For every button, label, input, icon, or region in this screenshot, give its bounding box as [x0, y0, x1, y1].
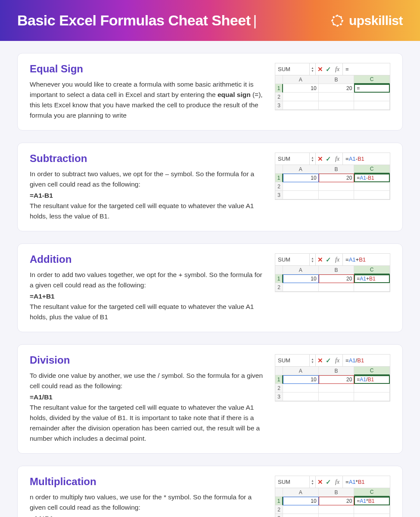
formula-input[interactable]: =A1*B1 [343, 476, 390, 488]
cell[interactable] [354, 384, 390, 392]
cell-c1-active[interactable]: =A1*B1 [354, 497, 390, 505]
cell[interactable] [283, 101, 319, 110]
fx-icon[interactable]: fx [334, 357, 341, 364]
row-header[interactable]: 1 [275, 274, 283, 283]
namebox-spinner[interactable]: ▲▼ [310, 476, 316, 488]
cell-a1[interactable]: 10 [283, 274, 319, 283]
cell-a1[interactable]: 10 [283, 84, 319, 93]
row-header[interactable]: 2 [275, 283, 283, 292]
row-header[interactable]: 1 [275, 84, 283, 93]
cell[interactable] [283, 182, 319, 191]
cell[interactable] [354, 283, 390, 292]
cell[interactable] [319, 384, 355, 392]
cancel-icon[interactable]: ✕ [317, 155, 323, 163]
cancel-icon[interactable]: ✕ [317, 65, 323, 73]
cell-a1[interactable]: 10 [283, 375, 319, 384]
name-box[interactable]: SUM [275, 355, 310, 366]
name-box[interactable]: SUM [275, 254, 310, 265]
cell[interactable] [283, 93, 319, 101]
cell[interactable] [283, 514, 319, 517]
col-header-c[interactable]: C [354, 75, 390, 84]
cell[interactable] [319, 93, 355, 101]
cell[interactable] [354, 101, 390, 110]
col-header-c[interactable]: C [354, 266, 390, 274]
cell-b1[interactable]: 20 [319, 375, 355, 384]
col-header-b[interactable]: B [319, 367, 355, 375]
cell-a1[interactable]: 10 [283, 174, 319, 182]
cell[interactable] [283, 505, 319, 514]
row-header[interactable]: 2 [275, 93, 283, 101]
cell[interactable] [354, 505, 390, 514]
cell[interactable] [319, 182, 355, 191]
formula-input[interactable]: =A1/B1 [343, 355, 390, 366]
cell-b1[interactable]: 20 [319, 274, 355, 283]
cell[interactable] [319, 191, 355, 199]
select-all-corner[interactable] [275, 266, 283, 274]
formula-input[interactable]: =A1-B1 [343, 153, 390, 165]
confirm-icon[interactable]: ✓ [326, 256, 331, 264]
cell[interactable] [354, 93, 390, 101]
cancel-icon[interactable]: ✕ [317, 478, 323, 486]
row-header[interactable]: 3 [275, 191, 283, 199]
row-header[interactable]: 2 [275, 384, 283, 392]
confirm-icon[interactable]: ✓ [326, 357, 331, 364]
col-header-b[interactable]: B [319, 165, 355, 174]
select-all-corner[interactable] [275, 367, 283, 375]
confirm-icon[interactable]: ✓ [326, 155, 331, 163]
fx-icon[interactable]: fx [334, 66, 341, 73]
cell-b1[interactable]: 20 [319, 497, 355, 505]
row-header[interactable]: 2 [275, 505, 283, 514]
fx-icon[interactable]: fx [334, 256, 341, 263]
col-header-a[interactable]: A [283, 367, 319, 375]
cell[interactable] [319, 101, 355, 110]
cell[interactable] [354, 392, 390, 401]
cell-c1-active[interactable]: =A1-B1 [354, 174, 390, 182]
col-header-a[interactable]: A [283, 75, 319, 84]
confirm-icon[interactable]: ✓ [326, 478, 331, 486]
cell[interactable] [283, 384, 319, 392]
cell[interactable] [354, 514, 390, 517]
cell[interactable] [283, 392, 319, 401]
cell-b1[interactable]: 20 [319, 84, 355, 93]
cell-b1[interactable]: 20 [319, 174, 355, 182]
cell[interactable] [319, 514, 355, 517]
col-header-c[interactable]: C [354, 367, 390, 375]
row-header[interactable]: 1 [275, 174, 283, 182]
cell[interactable] [319, 283, 355, 292]
row-header[interactable]: 1 [275, 375, 283, 384]
formula-input[interactable]: = [343, 63, 390, 75]
name-box[interactable]: SUM [275, 476, 310, 488]
cell[interactable] [283, 191, 319, 199]
cancel-icon[interactable]: ✕ [317, 357, 323, 364]
cell-a1[interactable]: 10 [283, 497, 319, 505]
col-header-a[interactable]: A [283, 266, 319, 274]
name-box[interactable]: SUM [275, 153, 310, 165]
row-header[interactable]: 1 [275, 497, 283, 505]
col-header-b[interactable]: B [319, 266, 355, 274]
row-header[interactable]: 2 [275, 182, 283, 191]
formula-input[interactable]: =A1+B1 [343, 254, 390, 265]
row-header[interactable]: 3 [275, 101, 283, 110]
namebox-spinner[interactable]: ▲▼ [310, 355, 316, 366]
fx-icon[interactable]: fx [334, 156, 341, 162]
cell[interactable] [354, 191, 390, 199]
col-header-b[interactable]: B [319, 75, 355, 84]
cell-c1-active[interactable]: =A1/B1 [354, 375, 390, 384]
cancel-icon[interactable]: ✕ [317, 256, 323, 264]
cell[interactable] [319, 392, 355, 401]
confirm-icon[interactable]: ✓ [326, 65, 331, 73]
col-header-a[interactable]: A [283, 488, 319, 497]
row-header[interactable]: 3 [275, 514, 283, 517]
namebox-spinner[interactable]: ▲▼ [310, 63, 316, 75]
cell-c1-active[interactable]: =A1+B1 [354, 274, 390, 283]
col-header-c[interactable]: C [354, 488, 390, 497]
namebox-spinner[interactable]: ▲▼ [310, 153, 316, 165]
cell[interactable] [354, 182, 390, 191]
cell[interactable] [319, 505, 355, 514]
select-all-corner[interactable] [275, 165, 283, 174]
name-box[interactable]: SUM [275, 63, 310, 75]
select-all-corner[interactable] [275, 75, 283, 84]
cell[interactable] [283, 283, 319, 292]
cell-c1-active[interactable]: = [354, 84, 390, 93]
fx-icon[interactable]: fx [334, 479, 341, 486]
